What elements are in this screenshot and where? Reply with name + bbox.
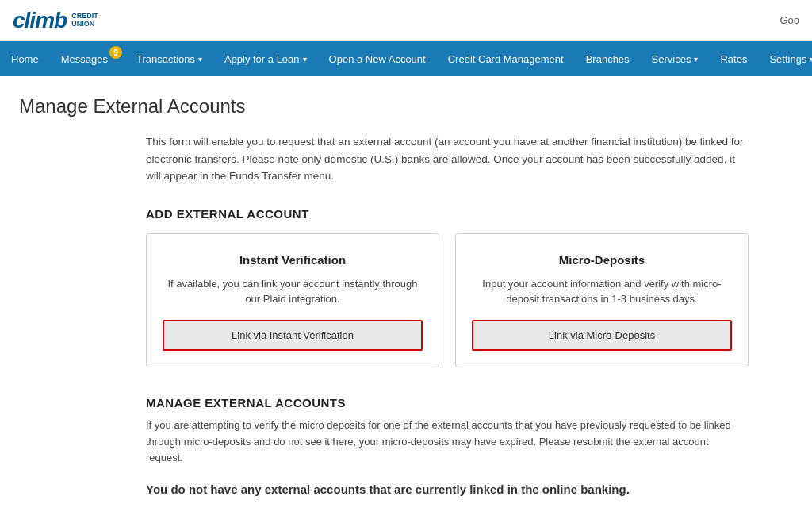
manage-section-title: MANAGE EXTERNAL ACCOUNTS	[146, 396, 749, 410]
logo-credit: CREDIT UNION	[71, 13, 98, 29]
nav-item-messages[interactable]: Messages 9	[50, 41, 125, 76]
add-section-title: ADD EXTERNAL ACCOUNT	[146, 207, 793, 221]
nav-item-rates[interactable]: Rates	[709, 41, 758, 76]
nav-item-open-account[interactable]: Open a New Account	[318, 41, 437, 76]
instant-verification-title: Instant Verification	[239, 253, 346, 267]
instant-verification-desc: If available, you can link your account …	[163, 276, 423, 307]
nav-item-settings[interactable]: Settings ▾	[758, 41, 812, 76]
manage-external-section: MANAGE EXTERNAL ACCOUNTS If you are atte…	[146, 396, 749, 496]
instant-verification-card: Instant Verification If available, you c…	[146, 233, 439, 367]
no-accounts-message: You do not have any external accounts th…	[146, 483, 749, 496]
apply-loan-chevron: ▾	[303, 55, 307, 63]
micro-deposits-title: Micro-Deposits	[559, 253, 645, 267]
link-micro-deposits-button[interactable]: Link via Micro-Deposits	[472, 320, 732, 351]
link-instant-verification-button[interactable]: Link via Instant Verification	[163, 320, 423, 351]
user-greeting: Goo	[779, 14, 799, 26]
main-nav: Home Messages 9 Transactions ▾ Apply for…	[0, 41, 812, 76]
transactions-chevron: ▾	[198, 55, 202, 63]
nav-item-home[interactable]: Home	[0, 41, 50, 76]
intro-text: This form will enable you to request tha…	[146, 133, 749, 185]
manage-description: If you are attempting to verify the micr…	[146, 417, 749, 467]
logo: climb CREDIT UNION	[13, 8, 98, 33]
main-content: Manage External Accounts This form will …	[0, 76, 812, 523]
verification-cards: Instant Verification If available, you c…	[146, 233, 749, 367]
messages-badge: 9	[109, 46, 122, 59]
nav-item-transactions[interactable]: Transactions ▾	[125, 41, 213, 76]
services-chevron: ▾	[694, 55, 698, 63]
header: climb CREDIT UNION Goo	[0, 0, 812, 41]
nav-item-services[interactable]: Services ▾	[641, 41, 710, 76]
micro-deposits-desc: Input your account information and verif…	[472, 276, 732, 307]
logo-text: climb	[13, 8, 67, 33]
nav-item-branches[interactable]: Branches	[575, 41, 641, 76]
nav-item-apply-loan[interactable]: Apply for a Loan ▾	[213, 41, 318, 76]
nav-item-credit-card[interactable]: Credit Card Management	[437, 41, 575, 76]
page-title: Manage External Accounts	[19, 95, 793, 117]
micro-deposits-card: Micro-Deposits Input your account inform…	[455, 233, 749, 367]
